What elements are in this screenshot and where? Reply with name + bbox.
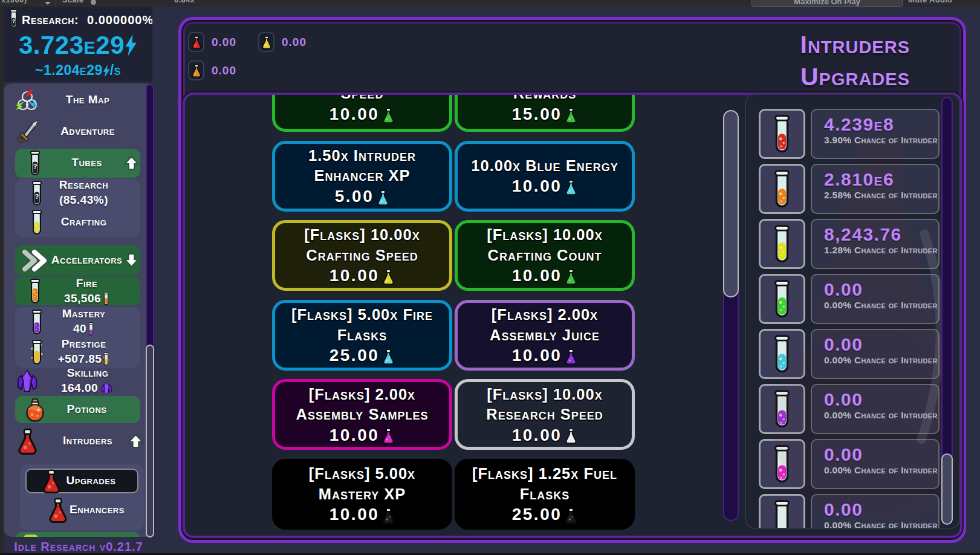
- sidebar-energy-rate: 1.204e29: [44, 62, 103, 78]
- intruder-tube-box[interactable]: [759, 384, 805, 434]
- upgrade-title-line: [Flasks] 5.00x Fire: [291, 305, 433, 325]
- intruder-amount: 4.239e8: [824, 115, 938, 134]
- cost-flask-icon: [565, 428, 577, 444]
- counter-orange-flask-box: [188, 60, 204, 80]
- sidebar-scrollbar[interactable]: [146, 84, 154, 536]
- sidebar-items-3-rows-0-value: (85.43%): [39, 193, 128, 207]
- intruder-chance: 2.58% Chance of Intruder: [824, 189, 938, 201]
- sidebar-item-mastery[interactable]: Mastery40: [15, 307, 140, 337]
- upgrade-button[interactable]: [Flasks] 5.00xMastery XP10.00: [272, 459, 452, 530]
- sidebar-energy-rate_prefix: ~: [35, 62, 44, 78]
- sidebar-scrollbar-thumb[interactable]: [146, 345, 154, 537]
- sidebar-item-upgrades[interactable]: Upgrades: [25, 469, 138, 493]
- counter-yellow-flask-box: [258, 32, 274, 52]
- sidebar-item-prestige[interactable]: Prestige+507.85: [15, 337, 140, 368]
- sidebar-items-6-rows-1-label: Prestige: [39, 337, 128, 351]
- sidebar-item-intruders[interactable]: Intruders: [4, 424, 154, 458]
- upgrade-cost: 10.00: [512, 176, 578, 196]
- upgrade-button[interactable]: [Flasks] 10.00xCrafting Speed10.00: [272, 220, 452, 291]
- intruder-tube-box[interactable]: [759, 164, 805, 214]
- upgrade-title-line: [Flasks] 10.00x: [487, 385, 602, 405]
- upgrades-items-8-cost: 10.00: [329, 425, 380, 446]
- sidebar-item-crafting[interactable]: Crafting: [15, 208, 140, 237]
- energy-rate: ~1.204e29/s: [4, 62, 152, 81]
- upgrades-items-1-cost: 15.00: [512, 104, 562, 125]
- intruder-tube-box[interactable]: [759, 274, 805, 324]
- sidebar-items-2-label: Tubes: [49, 156, 125, 169]
- upgrade-button[interactable]: 10.00x Blue Energy10.00: [455, 141, 635, 212]
- upgrade-title-line: 1.50x Intruder: [308, 146, 416, 166]
- sidebar-button-tubes[interactable]: ?Tubes: [15, 149, 140, 178]
- upgrade-button[interactable]: [Flasks] 2.00xAssembly Juice10.00: [455, 300, 635, 371]
- intruder-amount: 0.00: [824, 445, 938, 464]
- intruder-value-box: 2.810e62.58% Chance of Intruder: [811, 164, 939, 214]
- tubes-icon: ?: [21, 149, 49, 178]
- upgrades-items-11-cost: 25.00: [512, 504, 562, 525]
- grid-scrollbar-thumb[interactable]: [723, 110, 739, 297]
- grid-scrollbar[interactable]: [723, 110, 739, 521]
- sidebar-button-accelerators[interactable]: Accelerators: [15, 245, 140, 276]
- upgrade-button[interactable]: [Flasks] 10.00xResearch Speed10.00: [455, 379, 635, 450]
- upgrade-title-line: [Flasks] 1.25x Fuel: [472, 464, 617, 484]
- svg-text:?: ?: [33, 163, 37, 170]
- potions-icon: [21, 396, 49, 423]
- resolution-fragment: x1000): [1, 0, 27, 6]
- upgrade-cost: 10.00: [329, 265, 395, 286]
- mute-audio-button[interactable]: Mute Audio: [908, 0, 952, 6]
- energy-rate-bolt-icon: [103, 65, 110, 81]
- upgrade-button[interactable]: Speed10.00: [272, 92, 452, 132]
- intruder-tube-box[interactable]: [759, 329, 805, 379]
- upgrade-title-line: Assembly Juice: [490, 325, 600, 346]
- intruder-value-box: 0.000.00% Chance of Intruder: [811, 384, 939, 434]
- upgrades-items-6-cost: 25.00: [329, 345, 380, 366]
- tubes-scrollbar-thumb[interactable]: [941, 453, 953, 525]
- panel-title_line1: Intruders: [800, 29, 910, 61]
- sidebar-button-hidden[interactable]: [15, 532, 140, 537]
- toolbar-separator: [56, 0, 56, 7]
- intruder-tube-box[interactable]: [759, 219, 805, 269]
- upgrade-button[interactable]: 1.50x IntruderEnhancer XP5.00: [272, 141, 452, 212]
- upgrades-items-0-cost: 10.00: [329, 104, 380, 125]
- intruder-tube-box[interactable]: [759, 109, 805, 159]
- sidebar-button-fire[interactable]: Fire35,506: [15, 277, 140, 305]
- sidebar-energy-rate_suffix: /s: [110, 62, 121, 78]
- intruder-amount: 0.00: [824, 335, 938, 354]
- upgrade-button[interactable]: Rewards15.00: [455, 92, 635, 132]
- scale-value: 0.84x: [174, 0, 195, 6]
- upgrade-title-line: [Flasks] 5.00x: [309, 464, 415, 484]
- cost-flask-icon: [377, 190, 389, 206]
- tube-icon: [773, 390, 791, 429]
- sidebar-items-6-rows-1-value: +507.85: [58, 352, 102, 365]
- upgrade-button[interactable]: [Flasks] 10.00xCrafting Count10.00: [455, 220, 635, 291]
- panel-title_line2: Upgrades: [800, 61, 910, 93]
- counter-orange-flask-value: 0.00: [212, 60, 236, 80]
- intruder-chance: 3.90% Chance of Intruder: [824, 134, 938, 146]
- scale-slider-knob[interactable]: [91, 0, 96, 5]
- sidebar-item-the-map[interactable]: The Map: [4, 85, 154, 116]
- upgrade-button[interactable]: [Flasks] 5.00x FireFlasks25.00: [272, 300, 452, 371]
- intruder-tube-box[interactable]: [759, 494, 805, 529]
- maximize-on-play-button[interactable]: Maximize On Play: [751, 0, 903, 7]
- intruder-value-box: 0.000.00% Chance of Intruder: [811, 494, 939, 529]
- cost-flask-icon: [382, 108, 395, 123]
- dropdown-caret-icon[interactable]: [45, 2, 51, 5]
- intruder-chance: 0.00% Chance of Intruder: [824, 519, 938, 529]
- sidebar-subgroup: ?Research(85.43%)Crafting: [15, 179, 140, 237]
- intruder-tubes-panel: 4.239e83.90% Chance of Intruder2.810e62.…: [745, 94, 960, 529]
- sidebar-item-adventure[interactable]: Adventure: [4, 116, 154, 148]
- sidebar-item-research[interactable]: ?Research(85.43%): [15, 179, 140, 208]
- intruder-amount: 8,243.76: [824, 225, 938, 244]
- counter-red-flask-value: 0.00: [212, 32, 236, 52]
- intruder-tube-box[interactable]: [759, 439, 805, 489]
- sidebar-items-1-label: Adventure: [34, 125, 141, 138]
- upgrade-button[interactable]: [Flasks] 2.00xAssembly Samples10.00: [272, 379, 452, 450]
- research-tube-icon: ?: [9, 9, 18, 31]
- sidebar-button-potions[interactable]: Potions: [15, 396, 140, 423]
- upgrade-button[interactable]: [Flasks] 1.25x FuelFlasks25.00: [455, 459, 635, 530]
- sidebar-item-enhancers[interactable]: Enhancers: [20, 493, 144, 527]
- sidebar-item-skilling[interactable]: Skilling164.00: [4, 368, 154, 395]
- upgrade-title-line: [Flasks] 2.00x: [492, 305, 598, 325]
- sidebar-items-3-rows-1-label: Crafting: [39, 215, 128, 229]
- cost-flask-icon: [382, 269, 395, 285]
- tubes-scrollbar[interactable]: [941, 97, 953, 525]
